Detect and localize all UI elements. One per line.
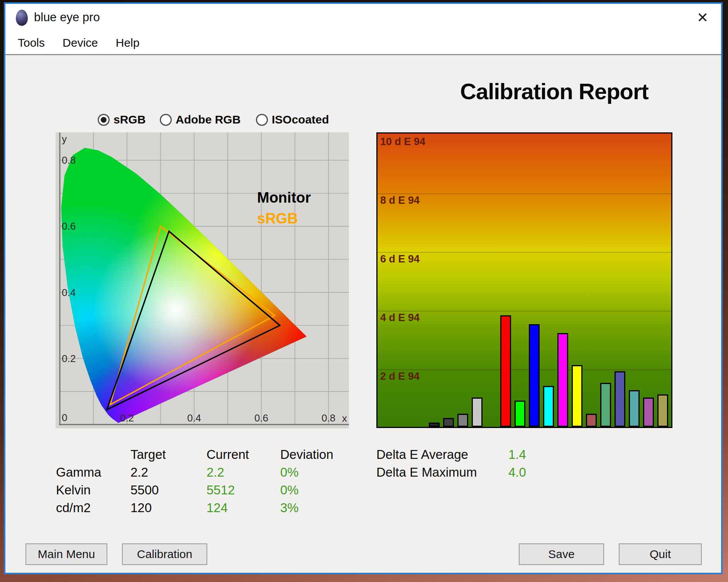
menu-item-device[interactable]: Device bbox=[63, 36, 98, 49]
bar-dark-gray bbox=[443, 418, 454, 427]
stats-target-value: 5500 bbox=[130, 481, 207, 499]
gridline-label-10de: 10 d E 94 bbox=[380, 136, 425, 148]
stats-deviation-value: 3% bbox=[280, 499, 348, 517]
stats-row-label: Kelvin bbox=[56, 481, 130, 499]
radio-label: Adobe RGB bbox=[176, 113, 240, 126]
bar-sea-green bbox=[600, 383, 611, 427]
radio-isocoated[interactable]: ISOcoated bbox=[256, 113, 329, 126]
svg-text:y: y bbox=[62, 133, 67, 145]
bar-slate-blue bbox=[615, 371, 625, 427]
app-window: blue eye pro ✕ ToolsDeviceHelp Calibrati… bbox=[4, 2, 723, 574]
bar-orchid bbox=[643, 398, 654, 427]
stats-header-deviation: Deviation bbox=[280, 446, 348, 464]
main-menu-button[interactable]: Main Menu bbox=[25, 543, 107, 565]
window-title: blue eye pro bbox=[34, 10, 100, 24]
delta-e-average-value: 1.4 bbox=[508, 446, 593, 464]
stats-current-value: 5512 bbox=[207, 481, 280, 499]
bar-indian-red bbox=[586, 414, 597, 427]
bar-blue bbox=[529, 324, 540, 427]
delta-e-maximum-label: Delta E Maximum bbox=[376, 464, 508, 481]
svg-text:0.8: 0.8 bbox=[322, 412, 335, 424]
svg-text:Monitor: Monitor bbox=[257, 189, 311, 206]
stats-deviation-value: 0% bbox=[280, 481, 348, 499]
stats-deviation-value: 0% bbox=[280, 464, 348, 481]
stats-header-target: Target bbox=[130, 446, 207, 464]
gridline-label-2de: 2 d E 94 bbox=[380, 371, 420, 382]
radio-adobe-rgb[interactable]: Adobe RGB bbox=[160, 113, 240, 126]
bar-cyan bbox=[543, 386, 554, 427]
svg-text:0.6: 0.6 bbox=[254, 412, 268, 424]
svg-text:0.4: 0.4 bbox=[62, 287, 76, 298]
bar-yellow bbox=[572, 365, 582, 427]
stats-corner bbox=[56, 446, 130, 464]
radio-selected-icon bbox=[98, 114, 110, 126]
bar-magenta bbox=[557, 333, 568, 427]
radio-unselected-icon bbox=[256, 114, 268, 126]
menu-bar: ToolsDeviceHelp bbox=[5, 32, 721, 54]
quit-button[interactable]: Quit bbox=[619, 543, 702, 565]
delta-e-maximum-value: 4.0 bbox=[508, 464, 593, 481]
bar-dark-khaki bbox=[657, 394, 668, 427]
bar-silver bbox=[472, 398, 483, 427]
gridline-2de bbox=[378, 369, 671, 370]
bar-black bbox=[429, 423, 440, 427]
stats-header-current: Current bbox=[207, 446, 280, 464]
bar-cadet-blue bbox=[629, 390, 640, 427]
gridline-label-6de: 6 d E 94 bbox=[380, 253, 420, 265]
radio-srgb[interactable]: sRGB bbox=[98, 113, 146, 126]
stats-target-value: 120 bbox=[130, 499, 207, 517]
stats-row-label: cd/m2 bbox=[56, 499, 130, 517]
stats-current-value: 2.2 bbox=[207, 464, 280, 481]
radio-unselected-icon bbox=[160, 114, 172, 126]
svg-text:0.6: 0.6 bbox=[62, 220, 76, 232]
radio-label: sRGB bbox=[113, 113, 146, 126]
cie-chromaticity-chart: 00.20.40.60.80.20.40.60.8yx MonitorsRGB bbox=[56, 132, 349, 428]
report-title: Calibration Report bbox=[460, 78, 711, 104]
delta-e-bar-chart: 10 d E 948 d E 946 d E 944 d E 942 d E 9… bbox=[376, 132, 672, 428]
bar-green bbox=[515, 401, 525, 427]
svg-text:0: 0 bbox=[62, 412, 67, 423]
spectral-locus-shape bbox=[56, 132, 349, 428]
svg-text:x: x bbox=[342, 413, 347, 424]
stats-current-value: 124 bbox=[207, 499, 280, 517]
calibration-button[interactable]: Calibration bbox=[122, 543, 207, 565]
svg-text:sRGB: sRGB bbox=[257, 210, 298, 227]
delta-e-average-label: Delta E Average bbox=[376, 446, 508, 464]
bar-red bbox=[500, 315, 511, 427]
stats-target-value: 2.2 bbox=[130, 464, 207, 481]
close-icon[interactable]: ✕ bbox=[693, 8, 712, 27]
menu-item-tools[interactable]: Tools bbox=[18, 36, 45, 49]
svg-text:0.8: 0.8 bbox=[62, 154, 76, 166]
calibration-stats-table: TargetCurrentDeviationGamma2.22.20%Kelvi… bbox=[56, 446, 348, 517]
menu-item-help[interactable]: Help bbox=[116, 36, 140, 49]
radio-label: ISOcoated bbox=[272, 113, 329, 126]
svg-text:0.2: 0.2 bbox=[120, 412, 134, 424]
save-button[interactable]: Save bbox=[519, 543, 604, 565]
app-icon bbox=[16, 10, 28, 26]
client-area: Calibration Report sRGBAdobe RGBISOcoate… bbox=[5, 54, 721, 573]
svg-text:0.2: 0.2 bbox=[62, 353, 76, 364]
gridline-label-4de: 4 d E 94 bbox=[380, 312, 420, 324]
gridline-8de bbox=[378, 193, 671, 194]
bar-gray bbox=[457, 414, 468, 427]
gridline-4de bbox=[378, 311, 671, 311]
delta-e-summary: Delta E Average 1.4 Delta E Maximum 4.0 bbox=[376, 446, 593, 481]
gridline-label-8de: 8 d E 94 bbox=[380, 195, 420, 206]
stats-row-label: Gamma bbox=[56, 464, 130, 481]
title-bar: blue eye pro ✕ bbox=[5, 4, 721, 32]
gridline-6de bbox=[378, 252, 671, 253]
svg-text:0.4: 0.4 bbox=[187, 412, 201, 424]
